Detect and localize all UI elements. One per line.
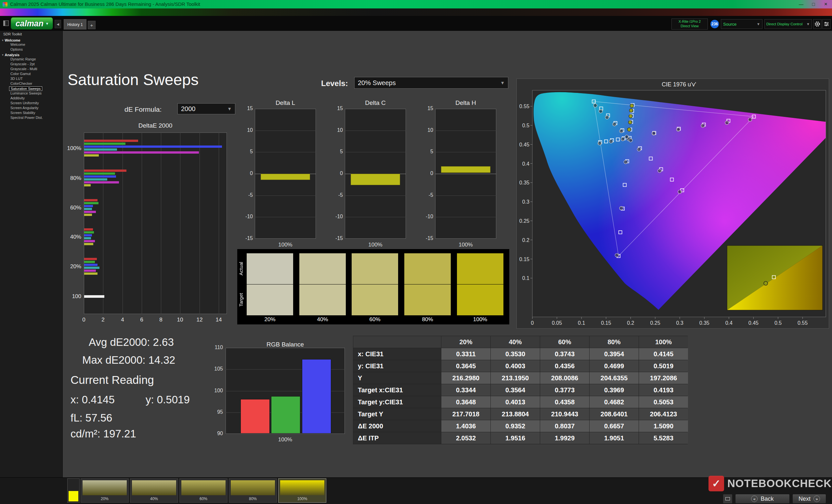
bar <box>84 267 100 269</box>
next-label: Next <box>799 496 810 502</box>
chevron-down-icon: ▼ <box>227 106 232 111</box>
thumbnail-label: 40% <box>130 497 178 501</box>
sidebar-item-screen-angularity[interactable]: Screen Angularity <box>9 106 40 110</box>
x-tick-label: 10 <box>174 317 186 323</box>
y-tick-label: 5 <box>329 149 343 155</box>
table-cell: 0.4682 <box>590 396 639 408</box>
history-thumbnail-40[interactable]: 40% <box>130 478 178 503</box>
y-tick-label: 0.55 <box>519 104 529 109</box>
plus-icon: + <box>90 22 93 28</box>
table-cell: 0.4193 <box>639 384 688 396</box>
sidebar-item-screen-uniformity[interactable]: Screen Uniformity <box>9 101 40 106</box>
swatch-actual-60 <box>352 253 398 284</box>
y-tick-label: 0 <box>419 170 433 176</box>
table-cell: 0.9352 <box>491 420 540 432</box>
bar <box>84 211 96 213</box>
table-cell: 0.4003 <box>491 360 540 372</box>
table-cell: 1.5090 <box>639 420 688 432</box>
sidebar-item-dynamic-range[interactable]: Dynamic Range <box>9 57 37 62</box>
current-fl: fL: 57.56 <box>71 412 112 424</box>
source-dropdown[interactable]: Source ▼ <box>721 19 762 29</box>
patch-window-thumbnail[interactable] <box>67 478 80 503</box>
levels-dropdown[interactable]: 20% Sweeps ▼ <box>354 77 508 89</box>
sidebar-item-saturation-sweeps[interactable]: Saturation Sweeps <box>9 86 42 91</box>
rgb-bar-b <box>302 359 331 433</box>
view-toggle-button[interactable] <box>723 494 732 504</box>
display-control-dropdown[interactable]: Direct Display Control ▼ <box>764 19 812 29</box>
calman-logo-button[interactable]: calman ▾ <box>11 17 53 30</box>
add-tab-button[interactable]: + <box>88 21 96 29</box>
delta-bar <box>261 174 310 180</box>
gridline <box>219 133 219 314</box>
swatch-label: 100% <box>457 316 503 323</box>
x-tick-label: 6 <box>135 317 148 323</box>
y-tick-label: -10 <box>238 214 253 220</box>
sidebar-item-grayscale-2pt[interactable]: Grayscale - 2pt <box>9 62 36 66</box>
history-thumbnail-100[interactable]: 100% <box>278 478 326 503</box>
sidebar-item-3d-lut[interactable]: 3D LUT <box>9 77 24 81</box>
sidebar-item-options[interactable]: Options <box>9 48 24 52</box>
sidebar-item-spectral-power-dist[interactable]: Spectral Power Dist. <box>9 116 44 120</box>
x-tick-label: 2 <box>97 317 109 323</box>
sidebar-item-additivity[interactable]: Additivity <box>9 96 26 101</box>
options-button[interactable] <box>822 19 831 29</box>
tab-history-1[interactable]: History 1 <box>64 19 86 30</box>
meter-button[interactable]: X-Rite i1Pro 2 Direct View <box>672 19 708 30</box>
y-tick-label: -5 <box>329 192 343 198</box>
bar <box>84 214 92 216</box>
brand-watermark: ✓ NOTEBOOKCHECK <box>708 475 832 492</box>
app-icon <box>3 2 7 7</box>
bar <box>84 264 98 266</box>
bar <box>84 143 126 145</box>
table-row-label: Target Y <box>353 408 441 420</box>
tree-collapse-icon[interactable]: ▾ <box>2 39 4 42</box>
back-button[interactable]: « Back <box>735 494 790 504</box>
sidebar-item-color-gamut[interactable]: Color Gamut <box>9 72 32 76</box>
history-thumbnail-20[interactable]: 20% <box>81 478 129 503</box>
swatch-label: 20% <box>247 316 293 323</box>
gridline <box>435 174 496 174</box>
maximize-button[interactable]: □ <box>807 0 820 8</box>
sidebar-group-welcome[interactable]: ▾Welcome <box>2 38 60 43</box>
bar <box>84 175 116 178</box>
swatch-target-80 <box>404 284 451 315</box>
minimize-button[interactable]: — <box>795 0 807 8</box>
sidebar-item-luminance-sweeps[interactable]: Luminance Sweeps <box>9 91 43 96</box>
y-tick-label: 0.15 <box>519 256 529 262</box>
measured-circle <box>620 129 623 133</box>
bar <box>84 145 222 148</box>
bar <box>84 270 96 272</box>
table-cell: 197.2086 <box>639 372 688 384</box>
sidebar-item-grayscale-multi[interactable]: Grayscale - Multi <box>9 67 39 72</box>
tree-collapse-icon[interactable]: ▾ <box>2 53 4 56</box>
bar <box>84 148 117 151</box>
current-measured-circle <box>629 109 633 112</box>
bar <box>84 261 95 263</box>
close-button[interactable]: × <box>820 0 832 8</box>
gridline <box>255 217 316 217</box>
cie-inset <box>727 246 823 310</box>
x-tick-label: 0.5 <box>775 320 782 326</box>
spectrum-strip <box>0 8 832 16</box>
current-x: x: 0.4145 <box>71 394 115 406</box>
sidebar-group-analysis[interactable]: ▾Analysis <box>2 52 60 57</box>
table-cell: 217.7018 <box>441 408 490 420</box>
calman-logo-text: calman <box>16 19 44 28</box>
panel-toggle-icon[interactable] <box>3 21 9 26</box>
next-button[interactable]: Next » <box>792 494 826 504</box>
table-cell: 1.9929 <box>540 432 589 444</box>
history-thumbnail-60[interactable]: 60% <box>179 478 228 503</box>
table-cell: 0.8037 <box>540 420 589 432</box>
measured-circle <box>620 206 623 210</box>
sidebar-item-screen-stability[interactable]: Screen Stability <box>9 111 36 115</box>
table-cell: 0.3645 <box>441 360 490 372</box>
de-formula-dropdown[interactable]: 2000 ▼ <box>178 103 235 114</box>
settings-button[interactable] <box>813 19 822 29</box>
sidebar-item-welcome[interactable]: Welcome <box>9 43 27 47</box>
gridline <box>200 133 200 314</box>
current-measured-circle <box>628 120 632 124</box>
sidebar-item-colorchecker[interactable]: ColorChecker <box>9 82 33 86</box>
sidebar-collapse-button[interactable]: ◀ <box>55 20 61 28</box>
history-thumbnail-80[interactable]: 80% <box>229 478 277 503</box>
badge-value: 236 <box>711 22 718 26</box>
